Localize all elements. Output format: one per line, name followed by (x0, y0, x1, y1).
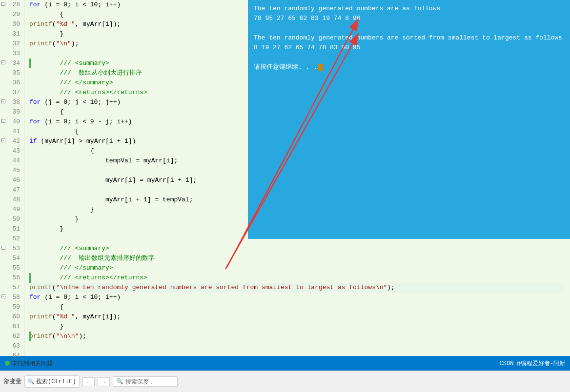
token: /// 数组从小到大进行排序 (29, 69, 142, 77)
console-line-2 (254, 23, 564, 33)
token: "%d " (56, 20, 75, 28)
line-number-33: 33 (0, 49, 20, 59)
console-line-4: 8 19 27 62 65 74 78 83 90 95 (254, 43, 564, 53)
line-number-60: 60 (0, 312, 20, 322)
token: { (29, 108, 63, 116)
search-depth-field[interactable] (125, 378, 174, 385)
token: for (29, 1, 41, 8)
token: for (29, 98, 41, 106)
toolbar-label: 部变量 (4, 377, 21, 386)
line-number-59: 59 (0, 302, 20, 312)
editor-area: −282930313233−34353637−3839−4041−4243444… (0, 0, 570, 356)
green-bar-56 (29, 273, 31, 283)
token: , myArr[i]); (75, 313, 121, 320)
collapse-icon-38[interactable]: − (1, 99, 6, 104)
token: /// <returns></returns> (29, 274, 147, 281)
token: (myArr[i] > myArr[i + 1]) (37, 137, 136, 145)
green-dot (5, 361, 10, 366)
nav-prev-button[interactable]: ← (82, 377, 95, 386)
line-number-44: 44 (0, 156, 20, 166)
token: (i = 0; i < 9 - j; i++) (41, 118, 132, 125)
token: ); (71, 40, 79, 47)
code-line-60: printf("%d ", myArr[i]); (29, 312, 564, 322)
token: { (29, 128, 79, 135)
code-line-53: /// <summary> (29, 244, 564, 254)
token: /// </summary> (29, 79, 113, 86)
token: } (29, 225, 63, 233)
search-button[interactable]: 🔍 搜索(Ctrl+E) (24, 375, 80, 388)
line-number-52: 52 (0, 234, 20, 244)
token: } (29, 216, 79, 223)
collapse-icon-34[interactable]: − (1, 60, 6, 65)
token: } (29, 206, 94, 213)
token: "\n\n" (56, 333, 79, 340)
green-bar-34 (29, 59, 31, 68)
token: "\n" (56, 40, 71, 47)
line-number-55: 55 (0, 263, 20, 273)
collapse-icon-53[interactable]: − (1, 245, 6, 250)
line-number-49: 49 (0, 205, 20, 215)
token: , myArr[i]); (75, 20, 121, 28)
console-line-5 (254, 53, 564, 62)
line-number-50: 50 (0, 215, 20, 224)
line-numbers: −282930313233−34353637−3839−4041−4243444… (0, 0, 24, 356)
console-line-1: 78 95 27 65 62 83 19 74 8 90 (254, 14, 564, 23)
token: ( (52, 313, 56, 320)
console-overlay: The ten randomly generated numbers are a… (248, 0, 570, 239)
collapse-icon-58[interactable]: − (1, 294, 6, 299)
search-ctrl-icon: 🔍 (28, 378, 35, 385)
collapse-icon-28[interactable]: − (1, 1, 6, 6)
line-number-30: 30 (0, 20, 20, 29)
line-number-46: 46 (0, 176, 20, 185)
search-depth-input[interactable]: 🔍 (113, 376, 178, 387)
token: for (29, 294, 41, 301)
token: ); (79, 333, 86, 340)
collapse-icon-42[interactable]: − (1, 138, 6, 143)
line-number-37: 37 (0, 88, 20, 98)
token: ( (52, 40, 56, 47)
green-bar-62 (29, 332, 31, 341)
collapse-icon-40[interactable]: − (1, 118, 6, 123)
token: printf (29, 313, 52, 320)
code-line-59: { (29, 302, 564, 312)
line-number-53: −53 (0, 244, 20, 254)
token: printf (29, 40, 52, 47)
line-number-63: 63 (0, 341, 20, 351)
console-line-6: 请按任意键继续. . . (254, 62, 564, 72)
token: /// 输出数组元素排序好的数字 (29, 255, 155, 262)
search-btn-label: 搜索(Ctrl+E) (36, 377, 76, 386)
line-number-28: −28 (0, 0, 20, 10)
token: ); (387, 284, 395, 291)
line-number-48: 48 (0, 195, 20, 205)
line-number-40: −40 (0, 117, 20, 127)
token: ( (52, 20, 56, 28)
token: "\nThe ten randomly generated numbers ar… (56, 284, 387, 291)
console-line-0: The ten randomly generated numbers are a… (254, 4, 564, 14)
token: if (29, 137, 37, 145)
line-number-64: 64 (0, 351, 20, 361)
token: printf (29, 333, 52, 340)
token: ( (52, 284, 56, 291)
line-number-32: 32 (0, 39, 20, 49)
console-cursor (318, 64, 323, 71)
token: /// </summary> (29, 264, 113, 272)
line-number-39: 39 (0, 107, 20, 117)
line-number-57: 57 (0, 283, 20, 293)
line-number-35: 35 (0, 68, 20, 78)
token: for (29, 118, 41, 125)
bottom-toolbar: 部变量 🔍 搜索(Ctrl+E) ← → 🔍 (0, 371, 570, 392)
code-line-63 (29, 341, 564, 351)
line-number-36: 36 (0, 78, 20, 88)
code-line-54: /// 输出数组元素排序好的数字 (29, 254, 564, 263)
token: printf (29, 284, 52, 291)
nav-next-button[interactable]: → (98, 377, 110, 386)
token: } (29, 30, 63, 38)
line-number-43: 43 (0, 146, 20, 156)
code-line-62: printf("\n\n"); (29, 332, 564, 341)
line-number-54: 54 (0, 254, 20, 263)
line-number-56: 56 (0, 273, 20, 283)
token: printf (29, 20, 52, 28)
line-number-58: −58 (0, 293, 20, 302)
line-number-61: 61 (0, 322, 20, 332)
main-container: −282930313233−34353637−3839−4041−4243444… (0, 0, 570, 392)
